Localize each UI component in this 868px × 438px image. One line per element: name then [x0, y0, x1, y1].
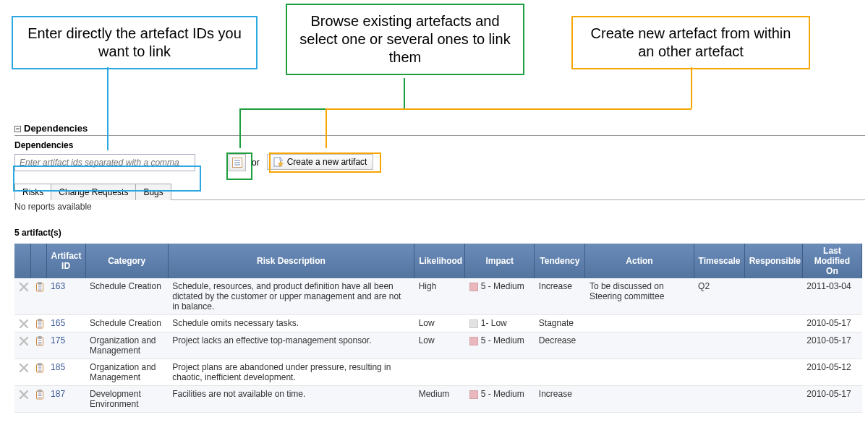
table-row: 185Organization and ManagementProject pl… — [14, 358, 862, 385]
table-head: Artifact ID Category Risk Description Li… — [14, 244, 862, 278]
artifacts-table: Artifact ID Category Risk Description Li… — [14, 244, 862, 413]
tendency-cell — [535, 358, 585, 385]
artifact-count: 5 artifact(s) — [14, 228, 865, 238]
table-row: 163Schedule CreationSchedule, resources,… — [14, 278, 862, 315]
col-category[interactable]: Category — [85, 244, 168, 278]
impact-cell: 5 - Medium — [465, 278, 535, 315]
table-body: 163Schedule CreationSchedule, resources,… — [14, 278, 862, 412]
responsible-cell — [744, 332, 802, 358]
browse-list-icon — [232, 158, 242, 168]
likelihood-cell: Low — [414, 332, 465, 358]
section-title: −Dependencies — [14, 123, 865, 136]
impact-cell: 5 - Medium — [465, 385, 535, 412]
impact-swatch — [469, 283, 478, 291]
artifact-ids-input[interactable] — [14, 154, 195, 171]
svg-rect-10 — [38, 282, 42, 284]
artifact-icon[interactable] — [35, 390, 45, 400]
artifact-id-link[interactable]: 165 — [51, 318, 65, 328]
callout-green-text: Browse existing artefacts and select one… — [299, 13, 510, 65]
timescale-cell — [694, 358, 744, 385]
delete-icon[interactable] — [19, 363, 29, 373]
likelihood-cell: High — [414, 278, 465, 315]
impact-swatch — [469, 319, 478, 328]
connector-green-v — [404, 78, 405, 108]
tabs: Risks Change Requests Bugs — [14, 183, 865, 199]
description-cell: Project lacks an effective top-managemen… — [168, 332, 414, 358]
table-row: 175Organization and ManagementProject la… — [14, 332, 862, 358]
col-modified[interactable]: Last Modified On — [802, 244, 861, 278]
svg-rect-24 — [38, 336, 42, 338]
artifact-id-link[interactable]: 187 — [51, 389, 65, 399]
col-action2[interactable] — [30, 244, 46, 278]
connector-orange-h — [326, 108, 692, 110]
create-artifact-button[interactable]: Create a new artifact — [267, 154, 374, 170]
tab-change-requests[interactable]: Change Requests — [51, 184, 136, 200]
page: Enter directly the artefact IDs you want… — [0, 0, 868, 438]
dependencies-panel: −Dependencies Dependencies or — [14, 123, 865, 413]
timescale-cell: Q2 — [694, 278, 744, 315]
timescale-cell — [694, 332, 744, 358]
col-action1[interactable] — [14, 244, 30, 278]
col-likelihood[interactable]: Likelihood — [414, 244, 465, 278]
description-cell: Project plans are abandoned under pressu… — [168, 358, 414, 385]
tab-risks[interactable]: Risks — [14, 184, 51, 200]
callout-blue-text: Enter directly the artefact IDs you want… — [27, 25, 242, 59]
tendency-cell: Decrease — [535, 332, 585, 358]
col-action[interactable]: Action — [585, 244, 694, 278]
delete-icon[interactable] — [19, 282, 29, 292]
impact-cell: 5 - Medium — [465, 332, 535, 358]
svg-marker-5 — [280, 158, 283, 160]
or-label: or — [252, 158, 260, 168]
impact-cell — [465, 358, 535, 385]
callout-orange-text: Create new artefact from within an other… — [591, 25, 791, 59]
artifact-id-link[interactable]: 175 — [51, 335, 65, 345]
timescale-cell — [694, 315, 744, 332]
category-cell: Organization and Management — [85, 332, 168, 358]
delete-icon[interactable] — [19, 319, 29, 329]
browse-artifacts-button[interactable] — [229, 154, 246, 171]
artifact-icon[interactable] — [35, 319, 45, 329]
modified-cell: 2010-05-17 — [802, 385, 861, 412]
artifact-id-link[interactable]: 185 — [51, 362, 65, 372]
col-timescale[interactable]: Timescale — [694, 244, 744, 278]
col-description[interactable]: Risk Description — [168, 244, 414, 278]
svg-rect-31 — [38, 363, 42, 365]
callout-blue: Enter directly the artefact IDs you want… — [12, 16, 258, 69]
callout-orange: Create new artefact from within an other… — [571, 16, 810, 69]
category-cell: Development Environment — [85, 385, 168, 412]
tendency-cell: Stagnate — [535, 315, 585, 332]
col-tendency[interactable]: Tendency — [535, 244, 585, 278]
connector-orange-v — [691, 67, 692, 108]
svg-rect-17 — [38, 319, 42, 321]
modified-cell: 2010-05-17 — [802, 315, 861, 332]
section-title-text: Dependencies — [24, 123, 88, 134]
svg-rect-38 — [38, 390, 42, 392]
category-cell: Schedule Creation — [85, 315, 168, 332]
impact-swatch — [469, 337, 478, 345]
delete-icon[interactable] — [19, 336, 29, 346]
no-reports-text: No reports available — [14, 202, 865, 212]
col-artifact-id[interactable]: Artifact ID — [46, 244, 85, 278]
description-cell: Schedule, resources, and product definit… — [168, 278, 414, 315]
action-cell: To be discussed on Steering committee — [585, 278, 694, 315]
delete-icon[interactable] — [19, 390, 29, 400]
artifact-icon[interactable] — [35, 282, 45, 292]
action-cell — [585, 385, 694, 412]
category-cell: Organization and Management — [85, 358, 168, 385]
modified-cell: 2010-05-17 — [802, 332, 861, 358]
impact-swatch — [469, 390, 478, 399]
description-cell: Facilities are not available on time. — [168, 385, 414, 412]
tab-change-requests-label: Change Requests — [59, 187, 128, 197]
impact-cell: 1- Low — [465, 315, 535, 332]
artifact-id-link[interactable]: 163 — [51, 281, 65, 291]
artifact-icon[interactable] — [35, 363, 45, 373]
table-row: 165Schedule CreationSchedule omits neces… — [14, 315, 862, 332]
tab-bugs-label: Bugs — [143, 187, 163, 197]
col-impact[interactable]: Impact — [465, 244, 535, 278]
col-responsible[interactable]: Responsible — [744, 244, 802, 278]
tab-bugs[interactable]: Bugs — [136, 184, 171, 200]
artifact-icon[interactable] — [35, 336, 45, 346]
collapse-toggle-icon[interactable]: − — [14, 126, 21, 132]
timescale-cell — [694, 385, 744, 412]
action-cell — [585, 358, 694, 385]
